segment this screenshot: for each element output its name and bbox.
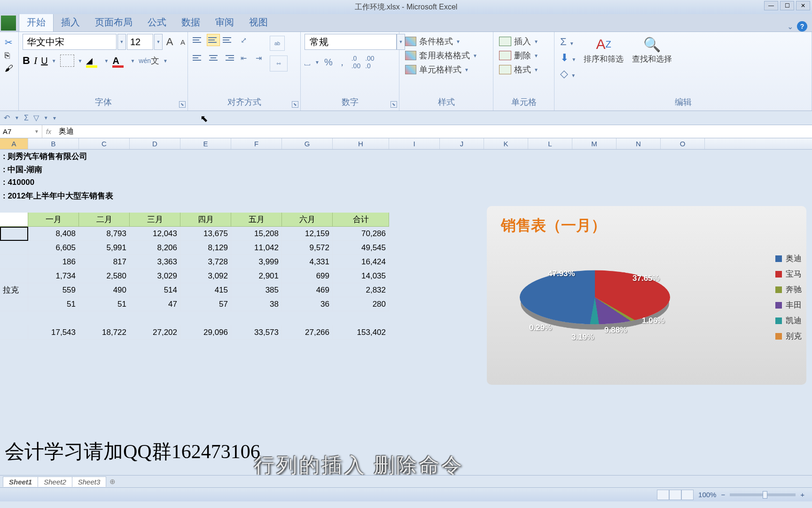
sheet-tab-2[interactable]: Sheet2: [38, 476, 72, 487]
data-cell[interactable]: 817: [79, 255, 130, 269]
column-header-I[interactable]: I: [389, 138, 440, 149]
shrink-font-icon[interactable]: A: [177, 36, 189, 48]
normal-view-button[interactable]: [657, 490, 669, 500]
column-header-M[interactable]: M: [572, 138, 617, 149]
font-name-select[interactable]: 华文中宋: [23, 34, 117, 50]
data-cell[interactable]: 2,832: [333, 283, 389, 297]
data-cell[interactable]: 15,208: [231, 227, 282, 241]
minimize-button[interactable]: —: [764, 1, 778, 10]
column-header-N[interactable]: N: [617, 138, 661, 149]
column-header-H[interactable]: H: [333, 138, 389, 149]
column-header-D[interactable]: D: [130, 138, 180, 149]
data-cell[interactable]: 3,029: [130, 269, 180, 283]
fx-button[interactable]: fx: [46, 128, 51, 135]
number-format-select[interactable]: 常规: [304, 34, 397, 50]
find-select-button[interactable]: 🔍 查找和选择: [629, 34, 675, 65]
row-label[interactable]: [0, 227, 28, 241]
font-size-dropdown[interactable]: ▼: [154, 34, 163, 50]
row-label[interactable]: [0, 241, 28, 255]
format-cells-button[interactable]: 格式▼: [499, 64, 539, 75]
phonetic-guide-button[interactable]: wén文: [139, 55, 159, 66]
data-cell[interactable]: 153,402: [333, 325, 389, 340]
column-header-G[interactable]: G: [282, 138, 333, 149]
data-cell[interactable]: 27,266: [282, 325, 333, 340]
table-header[interactable]: 一月: [28, 213, 79, 227]
copy-icon[interactable]: ⎘: [5, 51, 14, 61]
row-label[interactable]: [0, 297, 28, 311]
align-left-button[interactable]: [192, 52, 205, 64]
undo-button[interactable]: ↶: [4, 113, 10, 122]
sort-filter-button[interactable]: AZ 排序和筛选: [581, 34, 626, 65]
decrease-decimal-button[interactable]: .00.0: [365, 55, 374, 70]
data-cell[interactable]: 36: [282, 297, 333, 311]
column-header-A[interactable]: A: [0, 138, 28, 149]
clear-button[interactable]: ◇ ▼: [560, 68, 576, 80]
tab-data[interactable]: 数据: [174, 13, 208, 32]
data-cell[interactable]: 33,573: [231, 325, 282, 340]
data-cell[interactable]: 4,331: [282, 255, 333, 269]
align-middle-button[interactable]: [207, 34, 220, 46]
table-header[interactable]: 二月: [79, 213, 130, 227]
number-launcher-icon[interactable]: ⬊: [390, 101, 397, 108]
pie-chart[interactable]: 销售表（一月）47.93%37.65%1.06%9.88%3.19%0.29%奥…: [487, 206, 806, 385]
format-painter-icon[interactable]: 🖌: [5, 64, 14, 73]
autosum-qat-button[interactable]: Σ: [24, 114, 29, 122]
table-header[interactable]: 六月: [282, 213, 333, 227]
data-cell[interactable]: 29,096: [180, 325, 231, 340]
tab-insert[interactable]: 插入: [54, 13, 87, 32]
cut-icon[interactable]: ✂: [5, 37, 14, 48]
page-layout-view-button[interactable]: [669, 490, 681, 500]
table-header[interactable]: 三月: [130, 213, 180, 227]
cell-styles-button[interactable]: 单元格样式▼: [405, 64, 477, 75]
data-cell[interactable]: 8,129: [180, 241, 231, 255]
sheet-tab-1[interactable]: Sheet1: [3, 476, 38, 487]
row-label[interactable]: [0, 269, 28, 283]
zoom-level[interactable]: 100%: [698, 491, 716, 499]
insert-cells-button[interactable]: 插入▼: [499, 36, 539, 47]
grow-font-icon[interactable]: A: [164, 36, 176, 48]
tab-page-layout[interactable]: 页面布局: [87, 13, 140, 32]
row-label[interactable]: 拉克: [0, 283, 28, 297]
data-cell[interactable]: 3,092: [180, 269, 231, 283]
format-as-table-button[interactable]: 套用表格格式▼: [405, 50, 477, 61]
data-cell[interactable]: 280: [333, 297, 389, 311]
minimize-ribbon-icon[interactable]: ⌄: [787, 22, 793, 31]
tab-formulas[interactable]: 公式: [140, 13, 174, 32]
data-cell[interactable]: 6,605: [28, 241, 79, 255]
column-header-F[interactable]: F: [231, 138, 282, 149]
new-sheet-button[interactable]: ⊕: [106, 477, 119, 486]
qat-customize-button[interactable]: ▾: [53, 115, 56, 121]
data-cell[interactable]: 9,572: [282, 241, 333, 255]
data-cell[interactable]: 415: [180, 283, 231, 297]
zoom-in-button[interactable]: +: [800, 491, 804, 499]
formula-input[interactable]: 奥迪: [55, 127, 812, 136]
close-button[interactable]: ✕: [796, 1, 810, 10]
help-icon[interactable]: ?: [797, 21, 807, 32]
sheet-tab-3[interactable]: Sheet3: [72, 476, 107, 487]
fill-button[interactable]: ⬇ ▼: [560, 52, 576, 64]
page-break-view-button[interactable]: [681, 490, 694, 500]
column-header-K[interactable]: K: [484, 138, 528, 149]
column-header-C[interactable]: C: [79, 138, 130, 149]
maximize-button[interactable]: ☐: [780, 1, 794, 10]
tab-home[interactable]: 开始: [19, 13, 54, 32]
table-header[interactable]: 合计: [333, 213, 389, 227]
name-box[interactable]: A7▼: [0, 125, 42, 138]
data-cell[interactable]: 469: [282, 283, 333, 297]
font-size-select[interactable]: 12: [127, 34, 153, 50]
zoom-slider[interactable]: [730, 493, 796, 496]
accounting-format-button[interactable]: ⎵: [304, 57, 310, 68]
data-cell[interactable]: 8,793: [79, 227, 130, 241]
align-top-button[interactable]: [192, 34, 205, 46]
increase-indent-button[interactable]: ⇥: [252, 52, 265, 64]
data-cell[interactable]: 17,543: [28, 325, 79, 340]
file-tab[interactable]: [1, 16, 16, 31]
data-cell[interactable]: 49,545: [333, 241, 389, 255]
data-cell[interactable]: 47: [130, 297, 180, 311]
align-center-button[interactable]: [207, 52, 220, 64]
data-cell[interactable]: 18,722: [79, 325, 130, 340]
font-name-dropdown[interactable]: ▼: [117, 34, 126, 50]
column-header-J[interactable]: J: [440, 138, 484, 149]
conditional-formatting-button[interactable]: 条件格式▼: [405, 36, 477, 47]
orientation-button[interactable]: ⤢: [237, 34, 250, 46]
